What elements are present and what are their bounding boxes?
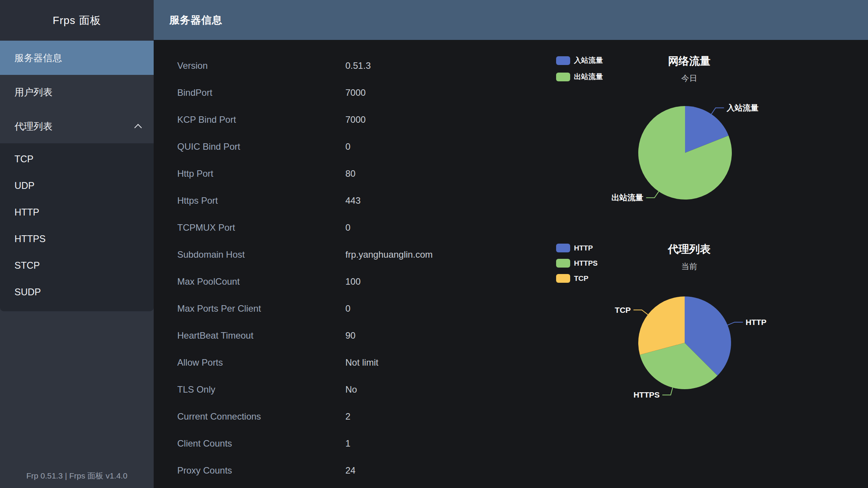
pie-label-HTTP: HTTP xyxy=(746,318,766,326)
info-label: QUIC Bind Port xyxy=(177,141,345,152)
info-label: TCPMUX Port xyxy=(177,222,345,233)
sidebar-item-label: 代理列表 xyxy=(14,120,52,133)
page-title: 服务器信息 xyxy=(169,13,223,27)
info-row: Https Port443 xyxy=(154,187,549,214)
version-footer: Frp 0.51.3 | Frps 面板 v1.4.0 xyxy=(0,471,154,481)
server-info-list: Version0.51.3BindPort7000KCP Bind Port70… xyxy=(154,40,549,484)
info-value: 0.51.3 xyxy=(345,60,371,71)
info-label: Https Port xyxy=(177,195,345,206)
info-label: KCP Bind Port xyxy=(177,114,345,125)
sidebar-item-label: 服务器信息 xyxy=(14,52,62,64)
sidebar-subitem-http[interactable]: HTTP xyxy=(0,199,154,225)
info-row: Version0.51.3 xyxy=(154,52,549,79)
info-row: Client Counts1 xyxy=(154,430,549,457)
network-traffic-chart: 入站流量出站流量 网络流量 今日 入站流量出站流量 xyxy=(552,46,868,224)
sidebar: Frps 面板 服务器信息用户列表代理列表 TCPUDPHTTPHTTPSSTC… xyxy=(0,0,154,488)
info-row: Http Port80 xyxy=(154,160,549,187)
info-row: QUIC Bind Port0 xyxy=(154,133,549,160)
info-row: Proxy Counts24 xyxy=(154,457,549,484)
info-value: No xyxy=(345,384,357,395)
info-row: TLS OnlyNo xyxy=(154,376,549,403)
sidebar-subitem-tcp[interactable]: TCP xyxy=(0,146,154,172)
sidebar-subitem-https[interactable]: HTTPS xyxy=(0,225,154,252)
sidebar-subitem-label: HTTP xyxy=(14,207,39,218)
label-line-入站流量 xyxy=(711,108,724,114)
sidebar-subitem-sudp[interactable]: SUDP xyxy=(0,279,154,305)
info-row: Max Ports Per Client0 xyxy=(154,295,549,322)
label-line-TCP xyxy=(633,310,648,315)
sidebar-item-2[interactable]: 代理列表 xyxy=(0,109,154,143)
frps-dashboard: Frps 面板 服务器信息用户列表代理列表 TCPUDPHTTPHTTPSSTC… xyxy=(0,0,868,488)
info-value: 443 xyxy=(345,195,361,206)
info-value: 24 xyxy=(345,465,356,476)
info-value: 90 xyxy=(345,330,356,341)
info-value: 0 xyxy=(345,141,350,152)
info-row: HeartBeat Timeout90 xyxy=(154,322,549,349)
sidebar-item-1[interactable]: 用户列表 xyxy=(0,75,154,109)
app-title: Frps 面板 xyxy=(0,0,154,41)
info-row: BindPort7000 xyxy=(154,79,549,106)
pie-chart-canvas: 入站流量出站流量 xyxy=(552,46,868,224)
info-value: 100 xyxy=(345,276,361,287)
info-label: Version xyxy=(177,60,345,71)
label-line-HTTP xyxy=(728,322,743,325)
pie-label-入站流量: 入站流量 xyxy=(726,103,758,112)
info-label: Max Ports Per Client xyxy=(177,303,345,314)
sidebar-subitem-label: STCP xyxy=(14,260,40,271)
pie-label-TCP: TCP xyxy=(615,306,631,314)
info-value: 7000 xyxy=(345,87,366,98)
sidebar-item-0[interactable]: 服务器信息 xyxy=(0,41,154,75)
info-label: HeartBeat Timeout xyxy=(177,330,345,341)
info-row: Allow PortsNot limit xyxy=(154,349,549,376)
info-row: Subdomain Hostfrp.yanghuanglin.com xyxy=(154,241,549,268)
info-row: KCP Bind Port7000 xyxy=(154,106,549,133)
info-value: Not limit xyxy=(345,357,378,368)
page-header: 服务器信息 xyxy=(154,0,868,40)
info-row: Current Connections2 xyxy=(154,403,549,430)
chevron-up-icon xyxy=(134,124,142,132)
label-line-HTTPS xyxy=(662,388,672,395)
info-label: BindPort xyxy=(177,87,345,98)
info-label: Http Port xyxy=(177,168,345,179)
info-label: Proxy Counts xyxy=(177,465,345,476)
info-value: 80 xyxy=(345,168,356,179)
sidebar-subitem-label: SUDP xyxy=(14,287,41,298)
sidebar-subitem-udp[interactable]: UDP xyxy=(0,172,154,199)
info-row: Max PoolCount100 xyxy=(154,268,549,295)
info-label: TLS Only xyxy=(177,384,345,395)
info-row: TCPMUX Port0 xyxy=(154,214,549,241)
pie-chart-canvas: HTTPHTTPSTCP xyxy=(552,234,868,439)
pie-label-HTTPS: HTTPS xyxy=(633,390,660,399)
info-label: Current Connections xyxy=(177,411,345,422)
info-value: 0 xyxy=(345,303,350,314)
sidebar-subitem-label: UDP xyxy=(14,180,35,191)
info-value: 1 xyxy=(345,438,350,449)
sidebar-menu: 服务器信息用户列表代理列表 xyxy=(0,41,154,143)
info-value: 0 xyxy=(345,222,350,233)
pie-label-出站流量: 出站流量 xyxy=(612,193,644,202)
info-label: Subdomain Host xyxy=(177,249,345,260)
sidebar-item-label: 用户列表 xyxy=(14,86,52,98)
sidebar-subitem-stcp[interactable]: STCP xyxy=(0,252,154,279)
label-line-出站流量 xyxy=(646,192,659,198)
sidebar-submenu: TCPUDPHTTPHTTPSSTCPSUDP xyxy=(0,143,154,311)
main-content: Version0.51.3BindPort7000KCP Bind Port70… xyxy=(154,40,868,488)
proxy-list-chart: HTTPHTTPSTCP 代理列表 当前 HTTPHTTPSTCP xyxy=(552,234,868,439)
info-value: 2 xyxy=(345,411,350,422)
info-label: Client Counts xyxy=(177,438,345,449)
sidebar-subitem-label: TCP xyxy=(14,154,33,165)
info-value: 7000 xyxy=(345,114,366,125)
info-label: Allow Ports xyxy=(177,357,345,368)
info-label: Max PoolCount xyxy=(177,276,345,287)
sidebar-subitem-label: HTTPS xyxy=(14,233,46,244)
info-value: frp.yanghuanglin.com xyxy=(345,249,432,260)
